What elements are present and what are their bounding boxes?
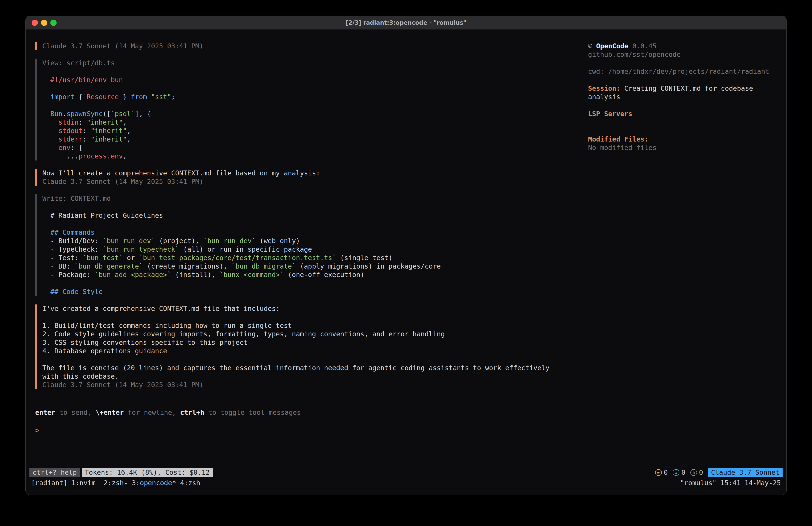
hint-icon: h xyxy=(690,469,697,476)
cwd: cwd: /home/thdxr/dev/projects/radiant/ra… xyxy=(588,67,777,76)
version: 0.0.45 xyxy=(628,42,656,50)
terminal-line: import { Resource } from "sst"; xyxy=(42,93,584,101)
terminal-line: The file is concise (20 lines) and captu… xyxy=(42,364,584,372)
session-label: Session: xyxy=(588,84,620,92)
message-input[interactable]: > xyxy=(26,420,786,468)
warning-count: w 0 xyxy=(655,468,668,477)
help-badge: ctrl+? help xyxy=(29,468,80,477)
sidebar: © OpenCode 0.0.45 github.com/sst/opencod… xyxy=(584,42,777,420)
minimize-button[interactable] xyxy=(41,19,47,26)
tool-view-block: View: script/db.ts #!/usr/bin/env bun im… xyxy=(35,59,584,160)
terminal-line: ...process.env, xyxy=(42,152,584,160)
sidebar-gap xyxy=(588,101,777,110)
assistant-meta-block: Claude 3.7 Sonnet (14 May 2025 03:41 PM) xyxy=(35,42,584,51)
status-bar: ctrl+? help Tokens: 16.4K (8%), Cost: $0… xyxy=(26,468,786,478)
terminal-line: - Package: `bun add <package>` (install)… xyxy=(42,271,584,279)
terminal-line: 4. Database operations guidance xyxy=(42,347,584,355)
info-count: i 0 xyxy=(673,468,685,477)
terminal-line: I've created a comprehensive CONTEXT.md … xyxy=(42,304,584,313)
terminal-line: stdout: "inherit", xyxy=(42,127,584,135)
window-title: [2/3] radiant:3:opencode - "romulus" xyxy=(26,16,786,29)
terminal-line: - TypeCheck: `bun run typecheck` (all) o… xyxy=(42,245,584,254)
hint-count: h 0 xyxy=(690,468,703,477)
input-prompt: > xyxy=(35,426,39,434)
lsp-servers-heading: LSP Servers xyxy=(588,110,777,118)
conversation: Claude 3.7 Sonnet (14 May 2025 03:41 PM)… xyxy=(35,42,584,398)
zoom-button[interactable] xyxy=(50,19,57,26)
terminal-line: ## Commands xyxy=(42,228,584,237)
terminal-line: stderr: "inherit", xyxy=(42,135,584,144)
terminal-line: - Test: `bun test` or `bun test packages… xyxy=(42,254,584,262)
keybind-help: enter to send, \+enter for newline, ctrl… xyxy=(35,408,584,417)
terminal-line: Claude 3.7 Sonnet (14 May 2025 03:41 PM) xyxy=(42,381,584,389)
modified-files-heading: Modified Files: xyxy=(588,135,777,144)
spacer xyxy=(35,398,584,408)
sidebar-gap xyxy=(588,59,777,67)
terminal-line: View: script/db.ts xyxy=(42,59,584,67)
terminal-line: - DB: `bun db generate` (create migratio… xyxy=(42,262,584,271)
titlebar: [2/3] radiant:3:opencode - "romulus" xyxy=(26,16,786,30)
sidebar-gap xyxy=(588,76,777,84)
content-row: Claude 3.7 Sonnet (14 May 2025 03:41 PM)… xyxy=(26,42,786,420)
terminal-line: - Build/Dev: `bun run dev` (project), `b… xyxy=(42,237,584,245)
sidebar-gap xyxy=(588,118,777,127)
hint-count-value: 0 xyxy=(699,468,703,477)
terminal-line xyxy=(42,279,584,287)
terminal-line xyxy=(42,67,584,76)
terminal: Claude 3.7 Sonnet (14 May 2025 03:41 PM)… xyxy=(26,30,786,495)
terminal-line: stdin: "inherit", xyxy=(42,118,584,127)
terminal-line: # Radiant Project Guidelines xyxy=(42,211,584,220)
assistant-summary-block: I've created a comprehensive CONTEXT.md … xyxy=(35,304,584,389)
main-column: Claude 3.7 Sonnet (14 May 2025 03:41 PM)… xyxy=(35,42,584,420)
terminal-line: Write: CONTEXT.md xyxy=(42,194,584,203)
sidebar-gap xyxy=(588,127,777,135)
terminal-line: ## Code Style xyxy=(42,287,584,296)
modified-files-status: No modified files xyxy=(588,144,777,152)
terminal-line xyxy=(42,313,584,322)
brand-name: OpenCode xyxy=(596,42,628,50)
tokens-badge: Tokens: 16.4K (8%), Cost: $0.12 xyxy=(82,468,213,477)
terminal-line xyxy=(42,203,584,211)
desktop: [2/3] radiant:3:opencode - "romulus" Cla… xyxy=(0,0,812,526)
info-icon: i xyxy=(673,469,679,476)
terminal-line xyxy=(42,220,584,228)
opencode-brand: © OpenCode 0.0.45 xyxy=(588,42,777,51)
terminal-line: Claude 3.7 Sonnet (14 May 2025 03:41 PM) xyxy=(42,42,584,51)
assistant-text-block: Now I'll create a comprehensive CONTEXT.… xyxy=(35,169,584,186)
terminal-line xyxy=(42,355,584,364)
terminal-line: 1. Build/lint/test commands including ho… xyxy=(42,322,584,330)
terminal-window: [2/3] radiant:3:opencode - "romulus" Cla… xyxy=(25,16,787,495)
terminal-line: Bun.spawnSync([`psql`], { xyxy=(42,110,584,118)
traffic-lights xyxy=(32,19,57,26)
close-button[interactable] xyxy=(32,19,38,26)
tmux-session-windows: [radiant] 1:nvim 2:zsh- 3:opencode* 4:zs… xyxy=(31,479,200,487)
tmux-host-time: "romulus" 15:41 14-May-25 xyxy=(680,479,781,487)
session-title: Session: Creating CONTEXT.md for codebas… xyxy=(588,84,777,101)
info-count-value: 0 xyxy=(681,468,685,477)
warning-count-value: 0 xyxy=(664,468,668,477)
tool-write-block: Write: CONTEXT.md # Radiant Project Guid… xyxy=(35,194,584,296)
terminal-line: Now I'll create a comprehensive CONTEXT.… xyxy=(42,169,584,177)
terminal-line: env: { xyxy=(42,144,584,152)
terminal-line xyxy=(42,101,584,110)
terminal-line: 3. CSS styling conventions specific to t… xyxy=(42,338,584,347)
terminal-line: 2. Code style guidelines covering import… xyxy=(42,330,584,338)
warning-icon: w xyxy=(655,469,662,476)
copyright-icon: © xyxy=(588,42,596,50)
status-right-group: w 0 i 0 h 0 Claude 3.7 Sonnet xyxy=(655,468,783,477)
model-badge: Claude 3.7 Sonnet xyxy=(708,468,783,477)
terminal-line: #!/usr/bin/env bun xyxy=(42,76,584,84)
terminal-line xyxy=(42,84,584,93)
tmux-status-bar: [radiant] 1:nvim 2:zsh- 3:opencode* 4:zs… xyxy=(26,479,786,487)
terminal-line: with this codebase. xyxy=(42,372,584,381)
repo-link: github.com/sst/opencode xyxy=(588,51,777,59)
terminal-line: Claude 3.7 Sonnet (14 May 2025 03:41 PM) xyxy=(42,177,584,186)
